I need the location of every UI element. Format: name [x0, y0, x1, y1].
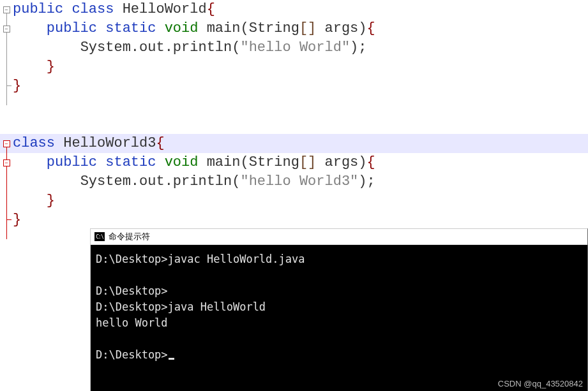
code-text: class HelloWorld3{ [13, 134, 588, 153]
terminal-title-text: 命令提示符 [109, 231, 150, 242]
code-text: } [13, 57, 588, 77]
fold-gutter[interactable]: − [0, 0, 13, 19]
code-text [13, 115, 588, 134]
code-text: System.out.println("hello World3"); [13, 172, 588, 191]
code-line [0, 96, 588, 115]
fold-minus-icon[interactable]: − [3, 6, 10, 13]
terminal-cursor [169, 358, 174, 360]
code-line [0, 115, 588, 134]
terminal-line: hello World [96, 316, 168, 329]
fold-minus-icon[interactable]: − [3, 26, 10, 33]
code-line: } [0, 191, 588, 210]
code-text [13, 96, 588, 115]
code-line: System.out.println("hello World"); [0, 38, 588, 57]
code-text: } [13, 77, 588, 96]
code-line: } [0, 57, 588, 77]
terminal-window[interactable]: C:\ 命令提示符 D:\Desktop>javac HelloWorld.ja… [90, 228, 588, 391]
terminal-line: D:\Desktop> [96, 348, 168, 361]
code-line: } [0, 77, 588, 96]
fold-gutter[interactable]: − [0, 134, 13, 153]
code-text: public static void main(String[] args){ [13, 153, 588, 172]
code-text: System.out.println("hello World"); [13, 38, 588, 57]
terminal-line: D:\Desktop> [96, 284, 168, 297]
code-line: } [0, 210, 588, 230]
terminal-titlebar[interactable]: C:\ 命令提示符 [91, 229, 587, 245]
code-line-current: − class HelloWorld3{ [0, 134, 588, 153]
code-line: − public class HelloWorld{ [0, 0, 588, 19]
code-text: } [13, 210, 588, 230]
code-text: } [13, 191, 588, 210]
terminal-output[interactable]: D:\Desktop>javac HelloWorld.java D:\Desk… [91, 245, 587, 368]
terminal-line: D:\Desktop>javac HelloWorld.java [96, 253, 305, 265]
code-line: − public static void main(String[] args)… [0, 153, 588, 172]
terminal-line: D:\Desktop>java HelloWorld [96, 300, 266, 313]
watermark: CSDN @qq_43520842 [498, 379, 583, 388]
code-line: − public static void main(String[] args)… [0, 19, 588, 38]
code-editor[interactable]: − public class HelloWorld{ − public stat… [0, 0, 588, 230]
cmd-icon: C:\ [94, 232, 105, 241]
fold-gutter [0, 115, 13, 134]
fold-minus-icon[interactable]: − [3, 159, 10, 166]
code-text: public class HelloWorld{ [13, 0, 588, 19]
code-text: public static void main(String[] args){ [13, 19, 588, 38]
code-line: System.out.println("hello World3"); [0, 172, 588, 191]
fold-minus-icon[interactable]: − [3, 140, 10, 147]
